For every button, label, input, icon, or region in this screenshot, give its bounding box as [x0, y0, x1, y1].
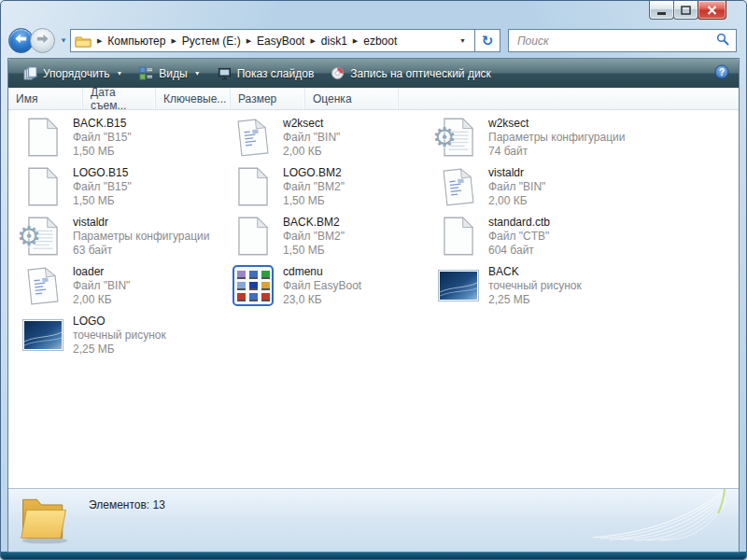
- details-pane: Элементов: 13: [8, 488, 739, 552]
- toolbar-button-organize[interactable]: Упорядочить▼: [15, 63, 131, 85]
- file-item[interactable]: BACKточечный рисунок2,25 МБ: [435, 263, 739, 313]
- column-header[interactable]: Имя: [8, 88, 83, 109]
- file-name: vistaldr: [73, 216, 209, 230]
- maximize-button[interactable]: [673, 1, 698, 20]
- organize-icon: [23, 66, 37, 80]
- burn-disc-icon: [331, 66, 345, 80]
- column-header[interactable]: Оценка: [305, 88, 399, 109]
- breadcrumb-item[interactable]: Компьютер: [106, 35, 167, 48]
- file-type: Файл "BIN": [488, 180, 545, 194]
- file-item[interactable]: loaderФайл "BIN"2,00 КБ: [20, 263, 230, 313]
- chevron-down-icon: ▼: [194, 70, 201, 77]
- file-bitmap-icon: [21, 314, 64, 357]
- file-item[interactable]: cdmenuФайл EasyBoot23,0 КБ: [230, 263, 435, 313]
- search-input[interactable]: [515, 34, 716, 49]
- explorer-window: ▼ ▶Компьютер▶Рустем (E:)▶EasyBoot▶disk1▶…: [0, 0, 747, 560]
- file-labels: BACK.BM2Файл "BM2"1,50 МБ: [283, 215, 345, 258]
- file-blank-icon: [437, 215, 480, 258]
- command-bar: Упорядочить▼Виды▼Показ слайдовЗапись на …: [8, 59, 739, 88]
- file-type: Файл "BM2": [283, 180, 345, 194]
- breadcrumb-item[interactable]: EasyBoot: [255, 35, 306, 48]
- file-labels: BACK.B15Файл "B15"1,50 МБ: [73, 116, 132, 159]
- breadcrumb-arrow-icon: ▶: [306, 37, 318, 45]
- file-name: w2ksect: [488, 117, 625, 131]
- chevron-down-icon: ▼: [116, 70, 122, 77]
- file-item[interactable]: vistaldrФайл "BIN"2,00 КБ: [435, 164, 739, 214]
- slideshow-icon: [218, 66, 232, 80]
- file-size: 74 байт: [488, 145, 625, 159]
- gear-icon: ⚙: [17, 223, 41, 250]
- toolbar-button-views[interactable]: Виды▼: [131, 63, 208, 85]
- file-size: 1,50 МБ: [283, 194, 345, 208]
- window-controls: [650, 1, 726, 20]
- toolbar-button-label: Показ слайдов: [237, 67, 315, 80]
- file-name: cdmenu: [283, 265, 361, 279]
- close-button[interactable]: [698, 1, 726, 20]
- file-name: LOGO.BM2: [283, 166, 345, 180]
- file-blank-icon: [21, 116, 64, 159]
- forward-arrow-icon: [35, 32, 49, 49]
- breadcrumb-item[interactable]: Рустем (E:): [180, 35, 243, 48]
- file-bitmap-icon: [437, 264, 480, 307]
- file-size: 23,0 КБ: [283, 293, 361, 307]
- breadcrumb-arrow-icon: ▶: [349, 37, 361, 45]
- file-item[interactable]: LOGOточечный рисунок2,25 МБ: [20, 313, 230, 362]
- window-bottom-edge: [1, 552, 746, 559]
- file-name: LOGO: [73, 315, 166, 329]
- file-labels: loaderФайл "BIN"2,00 КБ: [73, 264, 130, 307]
- file-type: Параметры конфигурации: [73, 230, 209, 244]
- file-item[interactable]: ⚙vistaldrПараметры конфигурации63 байт: [20, 214, 230, 263]
- file-item[interactable]: LOGO.B15Файл "B15"1,50 МБ: [20, 164, 230, 214]
- close-icon: [707, 2, 717, 19]
- file-item[interactable]: BACK.B15Файл "B15"1,50 МБ: [20, 115, 230, 164]
- file-size: 63 байт: [73, 244, 209, 258]
- file-item[interactable]: standard.ctbФайл "CTB"604 байт: [435, 214, 739, 263]
- file-item[interactable]: ⚙w2ksectПараметры конфигурации74 байт: [435, 115, 739, 164]
- file-name: standard.ctb: [488, 216, 550, 230]
- file-blank-icon: [232, 215, 275, 258]
- file-type: Файл "B15": [73, 131, 132, 145]
- breadcrumb-item[interactable]: disk1: [319, 35, 349, 48]
- file-grid: BACK.B15Файл "B15"1,50 МБw2ksectФайл "BI…: [8, 110, 739, 362]
- address-dropdown-icon[interactable]: ▼: [455, 37, 471, 44]
- breadcrumb: ▶Компьютер▶Рустем (E:)▶EasyBoot▶disk1▶ez…: [93, 35, 399, 48]
- file-type: Параметры конфигурации: [488, 131, 625, 145]
- breadcrumb-arrow-icon: ▶: [93, 37, 106, 45]
- file-size: 1,50 МБ: [73, 145, 132, 159]
- file-labels: LOGO.B15Файл "B15"1,50 МБ: [73, 165, 132, 208]
- file-type: точечный рисунок: [488, 279, 582, 293]
- refresh-button[interactable]: ↻: [475, 29, 500, 52]
- column-headers: ИмяДата съем...Ключевые...РазмерОценка: [8, 88, 739, 110]
- file-item[interactable]: w2ksectФайл "BIN"2,00 КБ: [230, 115, 435, 164]
- file-labels: vistaldrФайл "BIN"2,00 КБ: [488, 165, 545, 208]
- toolbar-button-slideshow[interactable]: Показ слайдов: [209, 63, 323, 85]
- toolbar-button-label: Упорядочить: [43, 67, 109, 80]
- file-item[interactable]: LOGO.BM2Файл "BM2"1,50 МБ: [230, 164, 435, 214]
- file-labels: w2ksectФайл "BIN"2,00 КБ: [283, 116, 340, 159]
- file-name: vistaldr: [488, 166, 545, 180]
- address-bar[interactable]: ▶Компьютер▶Рустем (E:)▶EasyBoot▶disk1▶ez…: [70, 29, 475, 52]
- file-type: Файл "CTB": [488, 230, 550, 244]
- file-bin-icon: [437, 165, 480, 208]
- toolbar-button-label: Виды: [159, 67, 187, 80]
- forward-button[interactable]: [30, 28, 55, 53]
- file-type: точечный рисунок: [73, 329, 166, 343]
- recent-pages-chevron-icon[interactable]: ▼: [60, 36, 67, 45]
- column-header-label: Дата съем...: [91, 86, 148, 112]
- toolbar-items: Упорядочить▼Виды▼Показ слайдовЗапись на …: [15, 63, 500, 85]
- folder-icon: [16, 491, 74, 545]
- minimize-button[interactable]: [649, 1, 674, 20]
- column-header[interactable]: Дата съем...: [83, 88, 156, 109]
- column-header-label: Оценка: [313, 92, 352, 105]
- help-button[interactable]: ?: [712, 63, 732, 85]
- back-arrow-icon: [14, 32, 28, 49]
- column-header[interactable]: Ключевые...: [156, 88, 231, 109]
- column-header[interactable]: Размер: [231, 88, 305, 109]
- breadcrumb-item[interactable]: ezboot: [361, 35, 399, 48]
- search-icon[interactable]: [716, 33, 729, 49]
- toolbar-button-burn-disc[interactable]: Запись на оптический диск: [322, 63, 500, 85]
- swoosh-decoration: [585, 485, 735, 547]
- file-size: 2,25 МБ: [73, 343, 166, 357]
- file-bin-icon: [232, 116, 275, 159]
- file-item[interactable]: BACK.BM2Файл "BM2"1,50 МБ: [230, 214, 435, 263]
